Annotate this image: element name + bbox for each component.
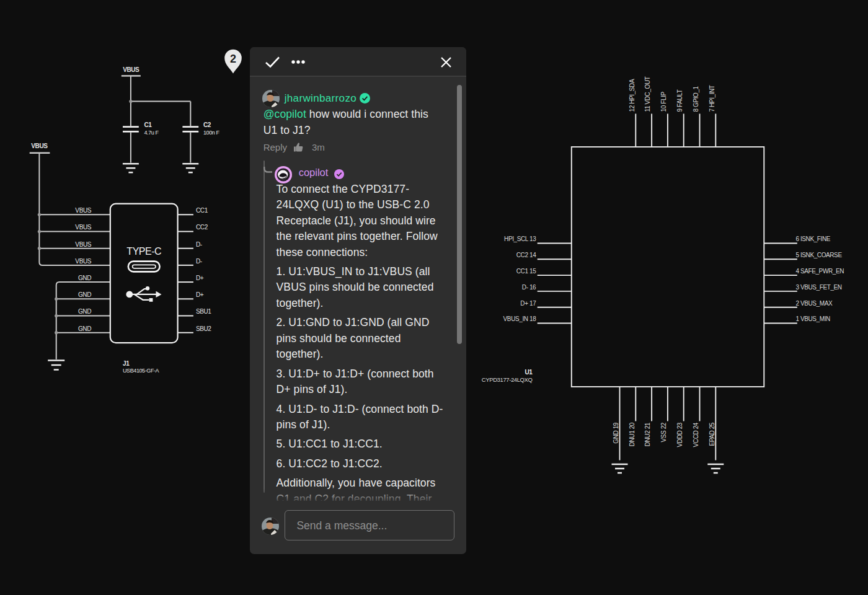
svg-text:DNU1 20: DNU1 20 (629, 422, 636, 446)
svg-text:VBUS: VBUS (75, 207, 91, 214)
svg-text:1 VBUS_MIN: 1 VBUS_MIN (795, 315, 830, 322)
svg-text:CC2 14: CC2 14 (516, 252, 536, 258)
svg-text:J1: J1 (123, 360, 130, 367)
svg-text:D+: D+ (196, 275, 204, 281)
svg-text:D+ 17: D+ 17 (520, 300, 536, 307)
svg-text:D- 16: D- 16 (522, 284, 536, 291)
svg-text:VBUS: VBUS (31, 143, 48, 149)
svg-text:HPI_SCL 13: HPI_SCL 13 (504, 236, 536, 242)
svg-text:GND: GND (78, 291, 91, 298)
svg-text:100n F: 100n F (203, 130, 220, 136)
svg-text:C2: C2 (203, 121, 211, 128)
svg-text:VBUS: VBUS (75, 224, 91, 231)
svg-text:11 VDC_OUT: 11 VDC_OUT (644, 76, 651, 112)
svg-text:EPAD 25: EPAD 25 (709, 422, 715, 446)
svg-text:GND: GND (78, 308, 91, 315)
svg-text:TYPE-C: TYPE-C (126, 246, 161, 257)
svg-text:VBUS: VBUS (75, 258, 91, 265)
svg-text:VBUS: VBUS (75, 241, 91, 248)
svg-text:3 VBUS_FET_EN: 3 VBUS_FET_EN (795, 284, 841, 291)
svg-text:VBUS: VBUS (123, 66, 140, 73)
svg-text:7 HPI_INT: 7 HPI_INT (709, 85, 715, 112)
svg-text:9 FAULT: 9 FAULT (676, 89, 683, 112)
svg-text:D-: D- (196, 241, 202, 248)
svg-text:D-: D- (196, 258, 202, 265)
svg-text:GND 19: GND 19 (613, 422, 619, 444)
svg-text:U1: U1 (525, 369, 533, 376)
svg-text:GND: GND (78, 275, 91, 281)
svg-text:10 FLIP: 10 FLIP (660, 92, 667, 112)
svg-text:VBUS_IN 18: VBUS_IN 18 (503, 315, 537, 322)
svg-text:8 GPIO_1: 8 GPIO_1 (693, 86, 699, 112)
svg-text:2 VBUS_MAX: 2 VBUS_MAX (795, 300, 833, 307)
svg-text:6 ISNK_FINE: 6 ISNK_FINE (795, 236, 830, 242)
svg-text:4.7u F: 4.7u F (144, 130, 159, 136)
svg-text:C1: C1 (144, 121, 153, 128)
svg-text:VSS 22: VSS 22 (660, 422, 667, 442)
svg-text:CC1: CC1 (196, 207, 208, 214)
svg-text:USB4105-GF-A: USB4105-GF-A (123, 368, 159, 374)
svg-text:D+: D+ (196, 291, 204, 298)
svg-text:4 SAFE_PWR_EN: 4 SAFE_PWR_EN (795, 268, 844, 275)
svg-text:GND: GND (78, 325, 91, 332)
svg-text:SBU2: SBU2 (196, 325, 211, 332)
svg-text:CYPD3177-24LQXQ: CYPD3177-24LQXQ (482, 376, 533, 383)
svg-text:SBU1: SBU1 (196, 308, 211, 315)
svg-text:5 ISNK_COARSE: 5 ISNK_COARSE (795, 252, 842, 258)
svg-text:2: 2 (230, 53, 236, 65)
svg-text:12 HPI_SDA: 12 HPI_SDA (629, 79, 636, 112)
svg-text:CC1 15: CC1 15 (516, 268, 536, 275)
svg-text:VCCD 24: VCCD 24 (693, 422, 699, 447)
svg-text:VDDD 23: VDDD 23 (676, 422, 683, 447)
svg-text:DNU2 21: DNU2 21 (644, 422, 651, 446)
svg-text:CC2: CC2 (196, 224, 208, 231)
